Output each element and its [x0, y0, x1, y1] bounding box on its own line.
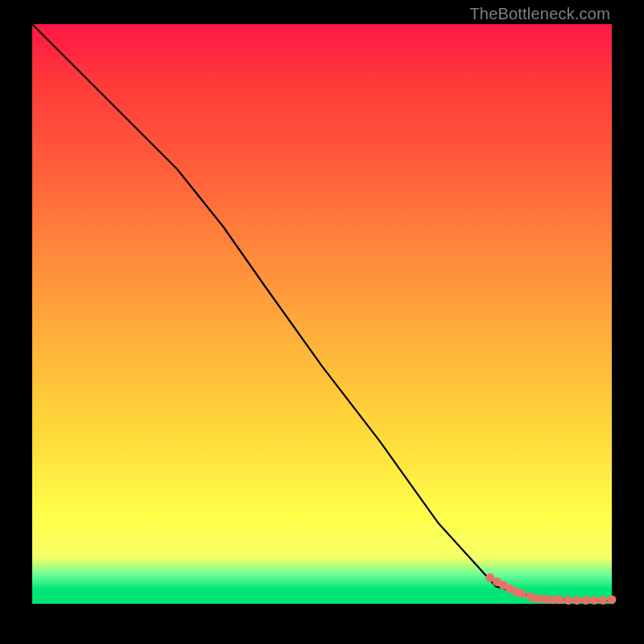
scatter-point [533, 594, 542, 603]
scatter-group [485, 573, 616, 605]
scatter-point [564, 596, 573, 605]
scatter-point [555, 595, 564, 604]
chart-overlay [32, 24, 612, 604]
scatter-point [572, 596, 581, 605]
scatter-point [599, 596, 608, 605]
curve-line [32, 24, 612, 601]
scatter-point [518, 589, 526, 598]
scatter-point [581, 596, 590, 605]
scatter-point [608, 595, 617, 604]
scatter-point [590, 596, 599, 605]
chart-frame: TheBottleneck.com [0, 0, 644, 644]
scatter-point [541, 595, 550, 604]
watermark-text: TheBottleneck.com [469, 5, 610, 23]
